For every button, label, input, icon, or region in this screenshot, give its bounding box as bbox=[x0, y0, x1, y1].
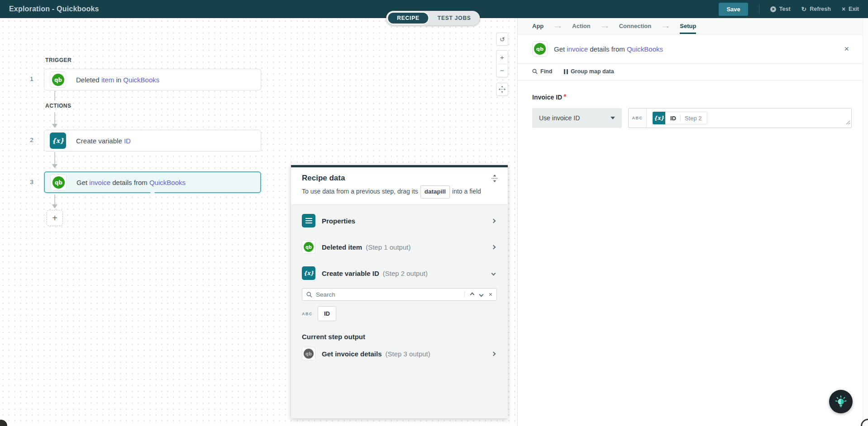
invoice-id-field: Invoice ID* Use invoice ID ABC {x} ID St… bbox=[518, 80, 868, 128]
recipe-data-list: Properties qb Deleted item (Step 1 outpu… bbox=[291, 204, 508, 418]
breadcrumb-action[interactable]: Action bbox=[572, 18, 590, 34]
svg-text:qb: qb bbox=[305, 351, 312, 356]
caret-down-icon bbox=[610, 117, 615, 119]
connector-arrow-icon bbox=[52, 124, 57, 128]
step-object-link[interactable]: ID bbox=[124, 137, 131, 145]
trigger-section-label: TRIGGER bbox=[45, 57, 72, 63]
action-app-link[interactable]: QuickBooks bbox=[627, 45, 663, 53]
zoom-in-icon: + bbox=[500, 53, 504, 61]
close-panel-button[interactable]: × bbox=[844, 45, 854, 53]
breadcrumb-arrow-icon: → bbox=[602, 18, 608, 34]
step-app-link[interactable]: QuickBooks bbox=[123, 76, 159, 84]
setup-header: qb Get invoice details from QuickBooks × bbox=[518, 34, 868, 63]
fit-view-icon bbox=[499, 86, 506, 93]
page-title: Exploration - Quickbooks bbox=[9, 5, 99, 13]
quickbooks-icon-gray: qb bbox=[302, 347, 315, 360]
refresh-button[interactable]: ↻ Refresh bbox=[801, 6, 831, 12]
datapill-example-chip[interactable]: datapill bbox=[420, 185, 450, 199]
recipe-data-title: Recipe data bbox=[302, 174, 497, 183]
step-app-link[interactable]: QuickBooks bbox=[149, 179, 186, 186]
group-map-data-icon bbox=[564, 69, 568, 74]
group-map-data-button[interactable]: Group map data bbox=[564, 68, 614, 75]
invoice-id-mode-dropdown[interactable]: Use invoice ID bbox=[532, 108, 622, 128]
reset-view-button[interactable]: ↺ bbox=[496, 33, 508, 46]
refresh-icon: ↻ bbox=[801, 6, 807, 12]
field-controls: Use invoice ID ABC {x} ID Step 2 bbox=[532, 108, 852, 128]
properties-icon bbox=[302, 214, 315, 227]
list-item-properties[interactable]: Properties bbox=[302, 208, 497, 234]
datatype-label: ABC bbox=[629, 109, 647, 128]
find-button[interactable]: Find bbox=[532, 68, 552, 75]
search-clear-button[interactable]: × bbox=[489, 291, 492, 298]
step-object-link[interactable]: invoice bbox=[89, 179, 110, 186]
connector-arrow-icon bbox=[52, 204, 57, 208]
step-card-action-2[interactable]: {x} Create variable ID bbox=[44, 130, 261, 151]
zoom-in-button[interactable]: + bbox=[496, 51, 508, 64]
datapill-search: × bbox=[302, 288, 497, 301]
recipe-data-subtitle: To use data from a previous step, drag i… bbox=[302, 185, 497, 199]
action-object-link[interactable]: invoice bbox=[567, 45, 588, 53]
scrollbar[interactable] bbox=[863, 18, 868, 426]
quickbooks-icon: qb bbox=[50, 174, 67, 190]
step-card-action-3-selected[interactable]: qb Get invoice details from QuickBooks bbox=[44, 171, 261, 193]
quickbooks-icon: qb bbox=[302, 240, 315, 254]
quickbooks-icon: qb bbox=[50, 71, 66, 88]
help-tips-button[interactable] bbox=[829, 390, 853, 413]
svg-text:qb: qb bbox=[55, 180, 62, 186]
tab-test-jobs[interactable]: TEST JOBS bbox=[429, 12, 479, 24]
step-title: Create variable ID bbox=[76, 137, 131, 145]
datapill-id[interactable]: ID bbox=[318, 306, 336, 321]
current-step-output-heading: Current step output bbox=[302, 333, 497, 341]
chevron-down-icon bbox=[491, 271, 496, 275]
invoice-id-input[interactable]: ABC {x} ID Step 2 bbox=[628, 108, 852, 128]
breadcrumb-arrow-icon: → bbox=[663, 18, 668, 34]
tab-recipe[interactable]: RECIPE bbox=[387, 12, 429, 24]
test-button[interactable]: Test bbox=[770, 6, 791, 12]
required-asterisk: * bbox=[563, 93, 566, 101]
step-number-1: 1 bbox=[26, 76, 37, 82]
exit-button[interactable]: × Exit bbox=[842, 6, 859, 12]
lightbulb-icon bbox=[834, 395, 848, 408]
recipe-data-header: Recipe data To use data from a previous … bbox=[291, 167, 508, 204]
resize-handle-icon[interactable] bbox=[846, 118, 850, 126]
chevron-right-icon bbox=[491, 218, 496, 223]
panel-drag-handle[interactable] bbox=[491, 175, 498, 184]
corner-widget bbox=[861, 419, 868, 426]
breadcrumb-setup[interactable]: Setup bbox=[680, 18, 696, 34]
list-item-step3-output[interactable]: qb Get invoice details (Step 3 output) bbox=[302, 341, 497, 367]
zoom-out-button[interactable]: − bbox=[496, 64, 508, 77]
connector-line bbox=[54, 91, 55, 100]
breadcrumb-arrow-icon: → bbox=[555, 18, 561, 34]
svg-text:qb: qb bbox=[536, 46, 544, 52]
connector-arrow-icon bbox=[52, 164, 57, 168]
breadcrumb-app[interactable]: App bbox=[532, 18, 544, 34]
search-input[interactable] bbox=[316, 291, 461, 298]
card-connector-notch bbox=[150, 191, 155, 193]
search-controls: × bbox=[464, 291, 492, 298]
topbar-divider bbox=[759, 5, 759, 14]
breadcrumb-connection[interactable]: Connection bbox=[619, 18, 652, 34]
actions-section-label: ACTIONS bbox=[45, 103, 72, 109]
zoom-out-icon: − bbox=[500, 66, 504, 74]
datapill-id-step2[interactable]: {x} ID Step 2 bbox=[653, 112, 707, 124]
list-item-step1-output[interactable]: qb Deleted item (Step 1 output) bbox=[302, 234, 497, 260]
list-item-step2-output[interactable]: {x} Create variable ID (Step 2 output) bbox=[302, 260, 497, 286]
mode-switcher: RECIPE TEST JOBS bbox=[386, 11, 480, 25]
zoom-control-group: + − bbox=[496, 50, 508, 77]
step-card-trigger[interactable]: qb Deleted item in QuickBooks bbox=[44, 69, 261, 90]
step2-datapills: ABC ID bbox=[302, 306, 497, 321]
search-next-button[interactable] bbox=[479, 292, 483, 297]
step-title: Deleted item in QuickBooks bbox=[76, 76, 159, 84]
step-object-link[interactable]: item bbox=[101, 76, 114, 84]
field-label: Invoice ID* bbox=[532, 93, 852, 101]
search-prev-button[interactable] bbox=[470, 292, 474, 297]
setup-breadcrumb: App → Action → Connection → Setup bbox=[518, 18, 868, 34]
topbar-actions: Save Test ↻ Refresh × Exit bbox=[719, 3, 859, 16]
corner-widget bbox=[0, 420, 7, 426]
save-button[interactable]: Save bbox=[719, 3, 748, 16]
fit-view-button[interactable] bbox=[496, 83, 508, 96]
connector-line bbox=[54, 152, 55, 164]
add-step-button[interactable]: + bbox=[47, 210, 63, 226]
setup-toolbar: Find Group map data bbox=[518, 63, 868, 80]
close-icon: × bbox=[842, 6, 845, 12]
